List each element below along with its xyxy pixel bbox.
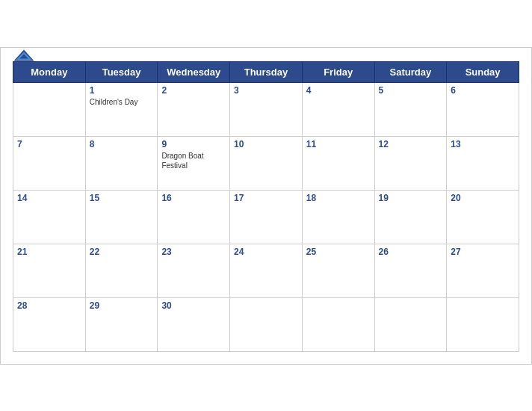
day-number: 15 bbox=[90, 193, 154, 203]
calendar-cell bbox=[302, 297, 374, 351]
week-row-4: 21222324252627 bbox=[13, 244, 519, 297]
calendar-cell: 21 bbox=[13, 244, 86, 297]
day-number: 29 bbox=[90, 300, 154, 311]
calendar-cell: 11 bbox=[302, 136, 374, 190]
day-number: 5 bbox=[379, 85, 443, 96]
calendar-cell: 27 bbox=[447, 244, 519, 297]
day-number: 3 bbox=[234, 85, 298, 96]
calendar-cell: 23 bbox=[158, 244, 230, 297]
day-number: 1 bbox=[90, 85, 154, 96]
calendar-cell: 17 bbox=[230, 190, 303, 244]
holiday-name: Children's Day bbox=[90, 97, 154, 107]
calendar-cell: 22 bbox=[85, 244, 158, 297]
calendar-cell: 26 bbox=[374, 244, 447, 297]
week-row-1: 1Children's Day23456 bbox=[13, 82, 519, 136]
calendar-table: MondayTuesdayWednesdayThursdayFridaySatu… bbox=[13, 61, 519, 352]
weekday-sunday: Sunday bbox=[447, 61, 519, 82]
day-number: 25 bbox=[306, 247, 371, 257]
calendar-cell: 29 bbox=[85, 297, 158, 351]
weekday-header-row: MondayTuesdayWednesdayThursdayFridaySatu… bbox=[13, 61, 519, 82]
weekday-tuesday: Tuesday bbox=[85, 61, 158, 82]
calendar-cell: 18 bbox=[302, 190, 374, 244]
weekday-thursday: Thursday bbox=[230, 61, 303, 82]
logo bbox=[13, 49, 35, 62]
day-number: 26 bbox=[379, 247, 443, 257]
day-number: 14 bbox=[17, 193, 81, 203]
calendar-cell: 30 bbox=[158, 297, 230, 351]
day-number: 8 bbox=[90, 139, 154, 149]
calendar-cell: 7 bbox=[13, 136, 86, 190]
calendar-cell: 6 bbox=[447, 82, 519, 136]
calendar-cell: 20 bbox=[447, 190, 519, 244]
calendar-cell: 4 bbox=[302, 82, 374, 136]
calendar-container: MondayTuesdayWednesdayThursdayFridaySatu… bbox=[0, 47, 532, 365]
day-number: 28 bbox=[17, 300, 81, 311]
day-number: 12 bbox=[379, 139, 443, 149]
calendar-cell: 24 bbox=[230, 244, 303, 297]
day-number: 9 bbox=[161, 139, 226, 149]
weekday-wednesday: Wednesday bbox=[158, 61, 230, 82]
holiday-name: Dragon Boat Festival bbox=[161, 151, 226, 170]
day-number: 19 bbox=[379, 193, 443, 203]
day-number: 24 bbox=[234, 247, 298, 257]
calendar-cell: 3 bbox=[230, 82, 303, 136]
calendar-cell: 8 bbox=[85, 136, 158, 190]
calendar-cell: 19 bbox=[374, 190, 447, 244]
day-number: 17 bbox=[234, 193, 298, 203]
day-number: 23 bbox=[161, 247, 226, 257]
calendar-cell: 9Dragon Boat Festival bbox=[158, 136, 230, 190]
day-number: 6 bbox=[451, 85, 515, 96]
weekday-monday: Monday bbox=[13, 61, 86, 82]
day-number: 21 bbox=[17, 247, 81, 257]
calendar-cell bbox=[230, 297, 303, 351]
weekday-friday: Friday bbox=[302, 61, 374, 82]
day-number: 13 bbox=[451, 139, 515, 149]
calendar-cell: 28 bbox=[13, 297, 86, 351]
calendar-cell: 5 bbox=[374, 82, 447, 136]
day-number: 22 bbox=[90, 247, 154, 257]
calendar-cell: 1Children's Day bbox=[85, 82, 158, 136]
calendar-cell: 15 bbox=[85, 190, 158, 244]
day-number: 2 bbox=[161, 85, 226, 96]
week-row-5: 282930 bbox=[13, 297, 519, 351]
calendar-cell bbox=[374, 297, 447, 351]
calendar-cell: 12 bbox=[374, 136, 447, 190]
day-number: 11 bbox=[306, 139, 371, 149]
day-number: 4 bbox=[306, 85, 371, 96]
day-number: 30 bbox=[161, 300, 226, 311]
calendar-cell: 25 bbox=[302, 244, 374, 297]
calendar-cell: 16 bbox=[158, 190, 230, 244]
calendar-cell: 2 bbox=[158, 82, 230, 136]
day-number: 18 bbox=[306, 193, 371, 203]
day-number: 16 bbox=[161, 193, 226, 203]
day-number: 20 bbox=[451, 193, 515, 203]
calendar-cell bbox=[447, 297, 519, 351]
calendar-cell: 10 bbox=[230, 136, 303, 190]
calendar-cell bbox=[13, 82, 86, 136]
day-number: 7 bbox=[17, 139, 81, 149]
week-row-2: 789Dragon Boat Festival10111213 bbox=[13, 136, 519, 190]
day-number: 27 bbox=[451, 247, 515, 257]
week-row-3: 14151617181920 bbox=[13, 190, 519, 244]
calendar-cell: 14 bbox=[13, 190, 86, 244]
calendar-cell: 13 bbox=[447, 136, 519, 190]
weekday-saturday: Saturday bbox=[374, 61, 447, 82]
day-number: 10 bbox=[234, 139, 298, 149]
